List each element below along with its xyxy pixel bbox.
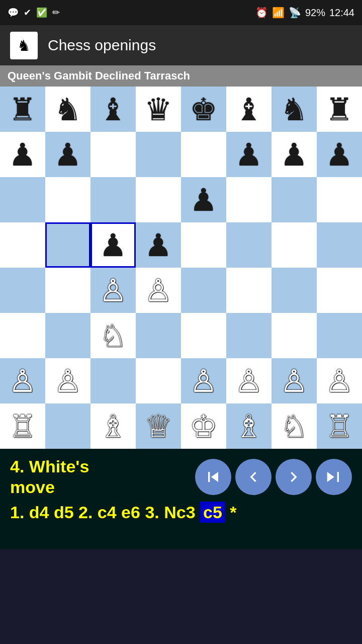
app-bar: ♞ Chess openings (0, 25, 362, 65)
board-cell-38 (272, 268, 317, 313)
board-cell-63: ♖ (317, 404, 362, 449)
board-cell-37 (226, 268, 272, 313)
board-cell-0: ♜ (0, 87, 45, 132)
last-move-button[interactable] (316, 459, 352, 495)
piece-5: ♝ (235, 91, 263, 128)
board-cell-57 (45, 404, 90, 449)
board-cell-44 (181, 313, 226, 358)
piece-58: ♗ (99, 408, 127, 445)
prev-move-button[interactable] (235, 459, 272, 495)
status-right-icons: ⏰ 📶 📡 92% 12:44 (255, 7, 354, 19)
piece-42: ♘ (99, 317, 127, 354)
board-cell-19 (136, 177, 181, 222)
board-cell-35: ♙ (136, 268, 181, 313)
clock: 12:44 (329, 7, 354, 19)
board-cell-27: ♟ (136, 222, 181, 268)
next-move-button[interactable] (276, 459, 312, 495)
piece-15: ♟ (325, 136, 353, 173)
board-cell-16 (0, 177, 45, 222)
board-cell-12 (181, 132, 226, 177)
piece-54: ♙ (280, 363, 308, 399)
board-cell-20: ♟ (181, 177, 226, 222)
piece-63: ♖ (325, 408, 353, 445)
board-cell-8: ♟ (0, 132, 45, 177)
piece-49: ♙ (54, 363, 82, 399)
piece-61: ♗ (235, 408, 263, 445)
board-cell-52: ♙ (181, 358, 226, 404)
asterisk: * (225, 503, 237, 522)
board-cell-21 (226, 177, 272, 222)
board-cell-55: ♙ (317, 358, 362, 404)
board-cell-45 (226, 313, 272, 358)
piece-34: ♙ (99, 272, 127, 309)
board-cell-41 (45, 313, 90, 358)
piece-8: ♟ (9, 136, 37, 173)
piece-20: ♟ (190, 182, 218, 218)
piece-60: ♔ (190, 408, 218, 445)
board-cell-22 (272, 177, 317, 222)
piece-3: ♛ (144, 91, 172, 128)
board-cell-3: ♛ (136, 87, 181, 132)
piece-13: ♟ (235, 136, 263, 173)
board-cell-29 (226, 222, 272, 268)
status-left-icons: 💬 ✔ ✅ ✏ (8, 7, 60, 18)
board-cell-1: ♞ (45, 87, 90, 132)
board-cell-46 (272, 313, 317, 358)
board-cell-9: ♟ (45, 132, 90, 177)
board-cell-60: ♔ (181, 404, 226, 449)
board-cell-5: ♝ (226, 87, 272, 132)
board-cell-25 (45, 222, 90, 268)
board-cell-24 (0, 222, 45, 268)
board-cell-14: ♟ (272, 132, 317, 177)
piece-35: ♙ (144, 272, 172, 309)
piece-59: ♕ (144, 408, 172, 445)
edit-icon: ✏ (52, 7, 60, 18)
board-cell-53: ♙ (226, 358, 272, 404)
check-double-icon: ✔ (24, 7, 31, 18)
board-cell-33 (45, 268, 90, 313)
board-cell-10 (90, 132, 136, 177)
board-cell-62: ♘ (272, 404, 317, 449)
move-info: 4. White'smove (10, 456, 352, 498)
board-cell-58: ♗ (90, 404, 136, 449)
check-circle-icon: ✅ (36, 7, 47, 18)
nav-buttons (195, 459, 352, 495)
board-cell-23 (317, 177, 362, 222)
board-cell-32 (0, 268, 45, 313)
board-cell-30 (272, 222, 317, 268)
app-title: Chess openings (48, 37, 156, 54)
board-cell-7: ♜ (317, 87, 362, 132)
piece-52: ♙ (190, 363, 218, 399)
status-bar: 💬 ✔ ✅ ✏ ⏰ 📶 📡 92% 12:44 (0, 0, 362, 25)
board-cell-17 (45, 177, 90, 222)
piece-62: ♘ (280, 408, 308, 445)
board-cell-47 (317, 313, 362, 358)
piece-4: ♚ (190, 91, 218, 128)
board-cell-50 (90, 358, 136, 404)
piece-55: ♙ (325, 363, 353, 399)
moves-sequence: 1. d4 d5 2. c4 e6 3. Nc3 c5 * (10, 503, 352, 522)
board-cell-11 (136, 132, 181, 177)
board-cell-34: ♙ (90, 268, 136, 313)
board-cell-54: ♙ (272, 358, 317, 404)
board-cell-13: ♟ (226, 132, 272, 177)
first-move-button[interactable] (195, 459, 231, 495)
board-cell-43 (136, 313, 181, 358)
piece-48: ♙ (9, 363, 37, 399)
chess-board-container: ♜♞♝♛♚♝♞♜♟♟♟♟♟♟♟♟♙♙♘♙♙♙♙♙♙♖♗♕♔♗♘♖ (0, 87, 362, 449)
piece-2: ♝ (99, 91, 127, 128)
piece-7: ♜ (325, 91, 353, 128)
board-cell-18 (90, 177, 136, 222)
board-cell-6: ♞ (272, 87, 317, 132)
piece-1: ♞ (54, 91, 82, 128)
board-cell-51 (136, 358, 181, 404)
chat-icon: 💬 (8, 7, 19, 18)
board-cell-36 (181, 268, 226, 313)
piece-14: ♟ (280, 136, 308, 173)
controls-area: 4. White'smove 1. d4 d5 2. c4 e6 3. Nc3 … (0, 449, 362, 549)
board-cell-49: ♙ (45, 358, 90, 404)
board-cell-26: ♟ (90, 222, 136, 268)
battery-level: 92% (305, 7, 325, 19)
board-cell-28 (181, 222, 226, 268)
piece-27: ♟ (144, 227, 172, 264)
